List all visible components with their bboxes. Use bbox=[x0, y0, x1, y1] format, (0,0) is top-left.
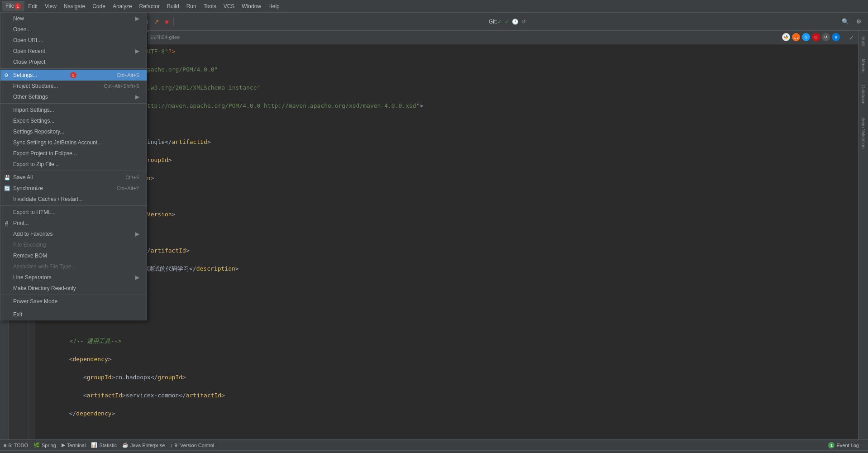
menu-build[interactable]: Build bbox=[163, 1, 183, 11]
file-dropdown-menu: New ▶ Open... Open URL... Open Recent ▶ … bbox=[0, 13, 147, 320]
todo-status[interactable]: ≡ 6: TODO bbox=[4, 443, 28, 448]
menu-synchronize[interactable]: 🔄 Synchronize Ctrl+Alt+Y bbox=[0, 183, 147, 194]
safari-btn[interactable]: S bbox=[802, 33, 810, 41]
code-editor[interactable]: <?xml version="1.0" encoding="UTF-8"?> <… bbox=[35, 44, 858, 439]
menu-open-url[interactable]: Open URL... bbox=[0, 35, 147, 46]
menu-line-separators[interactable]: Line Separators ▶ bbox=[0, 272, 147, 283]
version-control-status[interactable]: ↕ 9: Version Control bbox=[170, 443, 214, 448]
java-enterprise-status[interactable]: ☕ Java Enterprise bbox=[122, 442, 165, 448]
separator-4 bbox=[0, 205, 147, 206]
java-enterprise-icon: ☕ bbox=[122, 442, 129, 448]
settings-badge: 2 bbox=[70, 72, 76, 78]
menu-export-zip[interactable]: Export to Zip File... bbox=[0, 159, 147, 170]
menu-refactor[interactable]: Refactor bbox=[136, 1, 163, 11]
git-icons: ✓ ✓ 🕐 ↺ bbox=[497, 19, 526, 25]
menubar: File1 Edit View Navigate Code Analyze Re… bbox=[0, 0, 868, 13]
menu-export-html[interactable]: Export to HTML... bbox=[0, 207, 147, 218]
search-everywhere-btn[interactable]: 🔍 bbox=[839, 16, 852, 27]
menu-invalidate-caches[interactable]: Invalidate Caches / Restart... bbox=[0, 194, 147, 205]
right-sidebar: Build Maven Database Bean Validation bbox=[858, 31, 868, 439]
menu-settings[interactable]: ⚙ Settings... 2 Ctrl+Alt+S bbox=[0, 70, 147, 81]
toolbar-sep-2 bbox=[173, 17, 174, 26]
menu-power-save[interactable]: Power Save Mode bbox=[0, 296, 147, 307]
menu-exit[interactable]: Exit bbox=[0, 309, 147, 320]
statistic-status[interactable]: 📊 Statistic bbox=[91, 442, 117, 448]
menu-other-settings[interactable]: Other Settings ▶ bbox=[0, 91, 147, 102]
bottom-bar: Edit application settings 26:1 CRLF UTF-… bbox=[0, 450, 868, 453]
maven-tab[interactable]: Maven bbox=[861, 57, 866, 74]
tab-bar-controls: 🦊 S O ↺ e ✓ bbox=[782, 33, 856, 42]
git-label: Git: bbox=[489, 19, 497, 25]
toolbar-right: 🔍 ⚙ bbox=[839, 16, 864, 27]
menu-export-eclipse[interactable]: Export Project to Eclipse... bbox=[0, 148, 147, 159]
build-tab[interactable]: Build bbox=[861, 34, 866, 48]
spring-icon: 🌿 bbox=[33, 442, 40, 448]
git-check2-icon[interactable]: ✓ bbox=[505, 19, 509, 25]
sync-icon: 🔄 bbox=[4, 186, 10, 191]
settings-gear-btn[interactable]: ⚙ bbox=[854, 16, 864, 27]
statistic-icon: 📊 bbox=[91, 442, 97, 448]
separator-1 bbox=[0, 68, 147, 69]
menu-print[interactable]: 🖨 Print... bbox=[0, 218, 147, 229]
menu-open[interactable]: Open... bbox=[0, 24, 147, 35]
menu-export-settings[interactable]: Export Settings... bbox=[0, 115, 147, 126]
menu-associate-file-type: Associate with File Type... bbox=[0, 261, 147, 272]
status-right: 1 Event Log bbox=[828, 442, 864, 448]
version-control-icon: ↕ bbox=[170, 443, 173, 448]
menu-add-favorites[interactable]: Add to Favorites ▶ bbox=[0, 229, 147, 239]
opera-btn[interactable]: O bbox=[812, 33, 820, 41]
statusbar: ≡ 6: TODO 🌿 Spring ▶ Terminal 📊 Statisti… bbox=[0, 439, 868, 450]
menu-sync-settings[interactable]: Sync Settings to JetBrains Account... bbox=[0, 137, 147, 148]
menu-open-recent[interactable]: Open Recent ▶ bbox=[0, 46, 147, 57]
breadcrumb: 访问\04-gitee bbox=[148, 34, 181, 41]
separator-6 bbox=[0, 308, 147, 308]
profile-button[interactable]: ↗ bbox=[151, 16, 162, 27]
separator-2 bbox=[0, 103, 147, 104]
menu-remove-bom[interactable]: Remove BOM bbox=[0, 250, 147, 261]
tab-settings-btn[interactable]: ✓ bbox=[847, 33, 856, 42]
settings-icon: ⚙ bbox=[4, 72, 9, 78]
git-area: Git: ✓ ✓ 🕐 ↺ bbox=[489, 19, 526, 25]
browser-buttons: 🦊 S O ↺ e bbox=[782, 33, 840, 42]
menu-close-project[interactable]: Close Project bbox=[0, 57, 147, 67]
menu-code[interactable]: Code bbox=[89, 1, 109, 11]
print-icon: 🖨 bbox=[4, 220, 9, 226]
menu-settings-repository[interactable]: Settings Repository... bbox=[0, 126, 147, 137]
menu-new[interactable]: New ▶ bbox=[0, 13, 147, 24]
todo-icon: ≡ bbox=[4, 443, 6, 448]
terminal-icon: ▶ bbox=[62, 442, 65, 448]
menu-edit[interactable]: Edit bbox=[24, 1, 41, 11]
separator-3 bbox=[0, 171, 147, 171]
menu-help[interactable]: Help bbox=[265, 1, 283, 11]
spring-status[interactable]: 🌿 Spring bbox=[33, 442, 56, 448]
separator-5 bbox=[0, 295, 147, 295]
menu-import-settings[interactable]: Import Settings... bbox=[0, 105, 147, 115]
chrome-btn[interactable] bbox=[782, 33, 790, 41]
git-checkmark-icon[interactable]: ✓ bbox=[497, 19, 502, 25]
menu-view[interactable]: View bbox=[41, 1, 60, 11]
stop-button[interactable]: ■ bbox=[162, 16, 171, 27]
menu-save-all[interactable]: 💾 Save All Ctrl+S bbox=[0, 172, 147, 183]
menu-analyze[interactable]: Analyze bbox=[109, 1, 136, 11]
menu-make-readonly[interactable]: Make Directory Read-only bbox=[0, 283, 147, 294]
event-log-status[interactable]: 1 Event Log bbox=[828, 442, 859, 448]
menu-tools[interactable]: Tools bbox=[200, 1, 220, 11]
firefox-btn[interactable]: 🦊 bbox=[792, 33, 800, 41]
menu-project-structure[interactable]: Project Structure... Ctrl+Alt+Shift+S bbox=[0, 81, 147, 91]
database-tab[interactable]: Database bbox=[861, 83, 866, 106]
menu-run[interactable]: Run bbox=[183, 1, 200, 11]
edge-btn[interactable]: e bbox=[832, 33, 840, 41]
menu-navigate[interactable]: Navigate bbox=[60, 1, 89, 11]
statistic-label: Statistic bbox=[99, 443, 117, 448]
file-badge: 1 bbox=[14, 3, 21, 10]
git-clock-icon[interactable]: 🕐 bbox=[512, 19, 519, 25]
menu-window[interactable]: Window bbox=[238, 1, 265, 11]
menu-file[interactable]: File1 bbox=[2, 1, 24, 11]
bean-validation-tab[interactable]: Bean Validation bbox=[861, 115, 866, 150]
event-log-badge: 1 bbox=[828, 442, 835, 448]
refresh-btn[interactable]: ↺ bbox=[822, 33, 830, 41]
menu-vcs[interactable]: VCS bbox=[220, 1, 238, 11]
menu-file-encoding: File Encoding bbox=[0, 239, 147, 250]
terminal-status[interactable]: ▶ Terminal bbox=[62, 442, 86, 448]
git-undo-icon[interactable]: ↺ bbox=[521, 19, 526, 25]
